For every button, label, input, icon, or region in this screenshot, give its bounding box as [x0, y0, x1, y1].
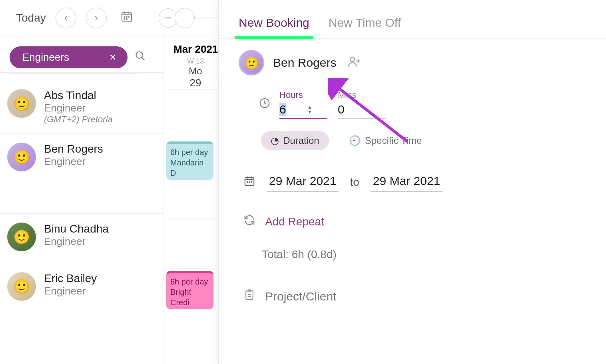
- avatar: 🙂: [7, 89, 36, 118]
- person-name: Binu Chadha: [44, 223, 109, 235]
- person-row[interactable]: 🙂 Abs Tindal Engineer (GMT+2) Pretoria: [0, 80, 163, 133]
- svg-point-4: [124, 19, 125, 20]
- avatar: 🙂: [7, 223, 36, 251]
- person-name: Eric Bailey: [44, 272, 97, 285]
- tab-new-booking[interactable]: New Booking: [239, 16, 309, 38]
- svg-point-1: [124, 16, 125, 17]
- duration-icon: ◔: [271, 135, 279, 146]
- add-repeat-link[interactable]: Add Repeat: [265, 215, 324, 228]
- filter-chip-label: Engineers: [22, 51, 69, 64]
- calendar-icon[interactable]: [120, 10, 133, 26]
- chevron-right-icon: ›: [94, 12, 98, 24]
- zoom-track: [195, 18, 219, 18]
- zoom-slider[interactable]: −: [159, 8, 219, 28]
- week-label: W 13: [173, 57, 217, 66]
- mode-duration-pill[interactable]: ◔ Duration: [261, 131, 329, 150]
- next-button[interactable]: ›: [86, 8, 107, 28]
- date-from-input[interactable]: 29 Mar 2021: [267, 173, 339, 192]
- person-row[interactable]: 🙂 Eric Bailey Engineer: [0, 263, 163, 312]
- search-icon[interactable]: [135, 50, 146, 64]
- mode-specific-label: Specific Time: [365, 135, 422, 146]
- filter-chip-engineers[interactable]: Engineers ✕: [10, 46, 128, 68]
- clock-icon: 🕘: [349, 135, 361, 146]
- person-role: Engineer: [44, 102, 113, 114]
- project-client-field[interactable]: Project/Client: [265, 290, 336, 303]
- booking-hours: 6h per day: [170, 147, 209, 157]
- person-name: Abs Tindal: [44, 89, 113, 102]
- chevron-left-icon: ‹: [64, 12, 68, 24]
- booking-block[interactable]: 6h per dayMandarin D: [166, 141, 213, 180]
- person-role: Engineer: [44, 285, 97, 297]
- mode-specific-pill[interactable]: 🕘 Specific Time: [339, 131, 432, 150]
- clock-icon: [259, 97, 271, 112]
- prev-button[interactable]: ‹: [56, 8, 76, 28]
- people-list: 🙂 Abs Tindal Engineer (GMT+2) Pretoria 🙂…: [0, 80, 163, 364]
- svg-point-3: [128, 16, 129, 17]
- divider: [10, 73, 138, 74]
- total-label: Total: 6h (0.8d): [239, 248, 586, 261]
- person-role: Engineer: [44, 155, 103, 168]
- hours-stepper[interactable]: ▲▼: [307, 105, 312, 114]
- add-person-icon[interactable]: [347, 55, 361, 71]
- svg-point-2: [126, 16, 127, 17]
- date-to-input[interactable]: 29 Mar 2021: [371, 173, 443, 192]
- svg-point-7: [351, 57, 355, 61]
- booking-title: Bright Credi: [170, 287, 209, 308]
- assignee-avatar[interactable]: 🙂: [239, 50, 264, 76]
- assignee-name: Ben Rogers: [273, 56, 336, 70]
- booking-block[interactable]: 6h per dayBright Credi: [166, 271, 213, 309]
- svg-point-6: [136, 52, 143, 58]
- svg-point-10: [247, 181, 248, 182]
- tab-new-timeoff[interactable]: New Time Off: [329, 16, 401, 38]
- close-icon[interactable]: ✕: [109, 52, 116, 63]
- sidebar: Engineers ✕ 🙂 Abs Tindal Engineer (GMT+2…: [0, 36, 164, 364]
- svg-point-11: [249, 181, 250, 182]
- person-row[interactable]: 🙂 Ben Rogers Engineer: [0, 133, 163, 213]
- person-row[interactable]: 🙂 Binu Chadha Engineer: [0, 213, 163, 263]
- repeat-icon: [243, 214, 255, 229]
- avatar: 🙂: [7, 272, 36, 301]
- mins-label: Mins: [338, 90, 386, 100]
- hours-input[interactable]: [279, 103, 307, 116]
- clipboard-icon: [243, 289, 255, 304]
- person-name: Ben Rogers: [44, 143, 103, 155]
- day-number: 29: [173, 77, 217, 89]
- calendar-icon: [243, 175, 255, 190]
- svg-point-12: [251, 181, 252, 182]
- to-label: to: [350, 176, 359, 189]
- person-role: Engineer: [44, 235, 109, 248]
- zoom-handle[interactable]: [175, 8, 195, 28]
- hours-label: Hours: [279, 90, 327, 100]
- booking-hours: 6h per day: [170, 276, 209, 287]
- booking-title: Mandarin D: [170, 157, 209, 178]
- person-timezone: (GMT+2) Pretoria: [44, 114, 113, 125]
- avatar: 🙂: [7, 143, 36, 171]
- mins-input[interactable]: [338, 103, 366, 116]
- mode-duration-label: Duration: [283, 135, 319, 146]
- today-button[interactable]: Today: [16, 12, 46, 24]
- booking-panel: New Booking New Time Off 🙂 Ben Rogers Ho…: [218, 0, 606, 364]
- svg-point-5: [126, 19, 127, 20]
- day-of-week: Mo: [173, 66, 217, 77]
